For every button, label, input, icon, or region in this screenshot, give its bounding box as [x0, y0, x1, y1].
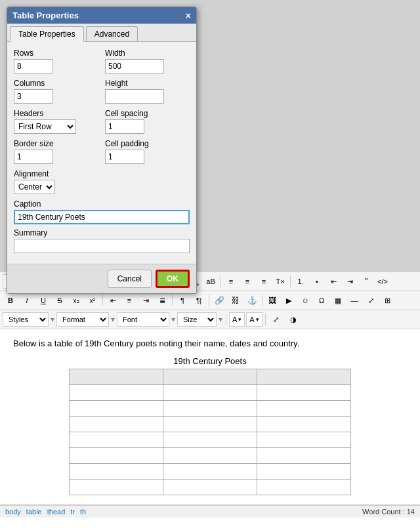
tab-table-properties[interactable]: Table Properties	[10, 26, 84, 42]
format-select[interactable]: Format	[56, 312, 109, 327]
table-row	[70, 417, 351, 432]
font-select[interactable]: Font	[117, 312, 169, 327]
align-justify2-button[interactable]: ≣	[154, 293, 170, 308]
smiley-button[interactable]: ☺	[297, 293, 313, 308]
unlink-button[interactable]: ⛓	[228, 293, 243, 308]
table-header-row	[70, 369, 351, 385]
flash-button[interactable]: ▶	[281, 293, 297, 308]
align-center-button[interactable]: ≡	[240, 274, 255, 289]
border-size-label: Border size	[14, 139, 98, 148]
cell-padding-input[interactable]	[105, 150, 144, 164]
summary-input[interactable]	[14, 239, 190, 253]
align-center2-button[interactable]: ≡	[121, 293, 137, 308]
horizontal-rule-button[interactable]: —	[346, 293, 362, 308]
bold-button[interactable]: B	[3, 293, 18, 308]
cell-spacing-input[interactable]	[105, 119, 144, 134]
maximize-button[interactable]: ⤢	[363, 293, 379, 308]
strikethrough-button[interactable]: S	[52, 293, 68, 308]
table-cell	[70, 385, 163, 401]
table-cell	[163, 480, 257, 495]
form-col-height: Height	[105, 79, 190, 104]
table-cell	[163, 385, 257, 401]
form-col-width: Width	[105, 49, 190, 73]
outdent-button[interactable]: ⇤	[326, 274, 341, 289]
align-right2-button[interactable]: ⇥	[138, 293, 154, 308]
subscript-button[interactable]: x₂	[68, 293, 84, 308]
styles-select[interactable]: Styles	[3, 312, 49, 327]
alignment-select[interactable]: None Left Center Right	[14, 180, 55, 194]
headers-select[interactable]: None First Row First Column Both	[14, 119, 76, 134]
border-size-input[interactable]	[14, 150, 53, 164]
form-col-bordersize: Border size	[14, 139, 98, 164]
paragraph-button[interactable]: ¶	[175, 293, 190, 308]
contrast-button[interactable]: ◑	[285, 312, 301, 327]
anchor-button[interactable]: ⚓	[244, 293, 260, 308]
rows-input[interactable]	[14, 59, 53, 73]
remove-format-button[interactable]: T×	[272, 274, 288, 289]
special-char-button[interactable]: Ω	[314, 293, 329, 308]
content-area[interactable]: Below is a table of 19th Century poets n…	[0, 329, 420, 505]
size-select[interactable]: Size	[177, 312, 217, 327]
table-caption: 19th Century Poets	[13, 356, 407, 366]
height-label: Height	[105, 79, 190, 88]
dialog-body: Rows Width Columns Height	[7, 42, 196, 264]
align-justify-button[interactable]: ≡	[256, 274, 272, 289]
content-paragraph: Below is a table of 19th Century poets n…	[13, 338, 407, 348]
fit-screen-button[interactable]: ⤢	[268, 312, 284, 327]
status-tag-body[interactable]: body	[5, 508, 21, 516]
ordered-list-button[interactable]: 1.	[293, 274, 308, 289]
align-left-button[interactable]: ≡	[223, 274, 239, 289]
unordered-list-button[interactable]: •	[309, 274, 325, 289]
status-tag-table[interactable]: table	[26, 508, 42, 516]
align-left2-button[interactable]: ⇤	[105, 293, 121, 308]
dialog-close-button[interactable]: ×	[186, 11, 191, 20]
width-input[interactable]	[105, 59, 164, 73]
separator-8	[262, 295, 262, 306]
caption-input[interactable]	[14, 210, 190, 224]
form-row-border-cellpadding: Border size Cell padding	[14, 139, 190, 164]
superscript-button[interactable]: x²	[85, 293, 100, 308]
italic-button[interactable]: I	[19, 293, 35, 308]
ok-button[interactable]: OK	[156, 270, 190, 288]
width-label: Width	[105, 49, 190, 58]
columns-input[interactable]	[14, 89, 53, 104]
spellcheck-button[interactable]: aB	[203, 274, 219, 289]
dialog-backdrop: Table Properties × Table Properties Adva…	[0, 0, 420, 272]
bg-color-button[interactable]: A ▾	[246, 312, 262, 327]
table-cell	[163, 417, 257, 432]
status-bar: body table thead tr th Word Count : 14	[0, 505, 420, 518]
font-color-button[interactable]: A ▾	[229, 312, 245, 327]
status-tag-thead[interactable]: thead	[47, 508, 66, 516]
table-cell	[257, 464, 351, 480]
show-blocks-button[interactable]: ¶|	[191, 293, 207, 308]
alignment-label: Alignment	[14, 169, 190, 178]
blockquote-button[interactable]: "	[358, 274, 374, 289]
bg-color-label: A	[249, 316, 254, 323]
table-row	[70, 480, 351, 495]
table-cell	[257, 385, 351, 401]
source-view-button[interactable]: </>	[375, 274, 390, 289]
status-tag-tr[interactable]: tr	[70, 508, 75, 516]
image-button[interactable]: 🖼	[264, 293, 280, 308]
show-source-button[interactable]: ⊞	[379, 293, 395, 308]
tab-advanced[interactable]: Advanced	[86, 26, 138, 41]
status-tag-th[interactable]: th	[80, 508, 86, 516]
underline-button[interactable]: U	[35, 293, 51, 308]
table-button[interactable]: ▦	[330, 293, 346, 308]
dialog-titlebar: Table Properties ×	[7, 7, 196, 24]
toolbar-row-2: B I U S x₂ x² ⇤ ≡ ⇥ ≣ ¶ ¶| 🔗 ⛓ ⚓ 🖼 ▶ ☺ Ω…	[0, 291, 420, 310]
status-tags: body table thead tr th	[5, 508, 86, 516]
height-input[interactable]	[105, 89, 164, 104]
link-button[interactable]: 🔗	[211, 293, 227, 308]
table-properties-dialog: Table Properties × Table Properties Adva…	[7, 7, 197, 294]
form-row-headers-cellspacing: Headers None First Row First Column Both…	[14, 109, 190, 134]
form-col-alignment: Alignment None Left Center Right	[14, 169, 190, 194]
word-count: Word Count : 14	[362, 508, 415, 516]
headers-label: Headers	[14, 109, 98, 118]
form-col-columns: Columns	[14, 79, 98, 104]
indent-button[interactable]: ⇥	[342, 274, 358, 289]
table-cell	[163, 401, 257, 417]
summary-label: Summary	[14, 228, 190, 237]
cancel-button[interactable]: Cancel	[108, 270, 152, 288]
columns-label: Columns	[14, 79, 98, 88]
